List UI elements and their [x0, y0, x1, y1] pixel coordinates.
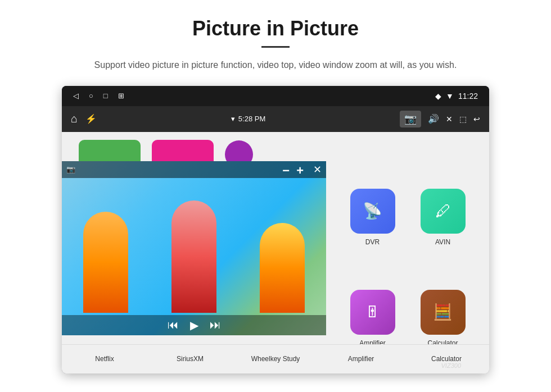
screenshot-icon[interactable]: ⊞ [118, 92, 124, 100]
title-divider [261, 46, 290, 48]
pip-overlay[interactable]: 📷 − + ✕ ⏮ ▶ ⏭ [62, 161, 326, 335]
app-bar-left: ⌂ ⚡ [71, 112, 97, 125]
calculator-icon-box: 🧮 [421, 290, 466, 335]
volume-icon[interactable]: 🔊 [428, 113, 439, 124]
home-icon[interactable]: ⌂ [71, 112, 78, 125]
avin-icon-box: 🖊 [421, 189, 466, 234]
calculator-icon: 🧮 [433, 303, 453, 321]
page-title: Picture in Picture [192, 17, 359, 40]
bottom-label-wheelkey[interactable]: Wheelkey Study [242, 355, 309, 363]
close-icon[interactable]: ✕ [446, 115, 453, 124]
status-bar-top: ◁ ○ □ ⊞ ◆ ▼ 11:22 [62, 86, 489, 106]
wifi-icon: ▾ [231, 115, 235, 123]
wheelkey-text: Wheelkey Study [251, 355, 300, 363]
app-bar-time: 5:28 PM [238, 115, 265, 123]
app-bar-center: ▾ 5:28 PM [231, 115, 265, 123]
device-frame: ◁ ○ □ ⊞ ◆ ▼ 11:22 ⌂ ⚡ ▾ 5:28 PM [62, 86, 489, 373]
video-figures [62, 200, 326, 313]
status-bar-right: ◆ ▼ 11:22 [435, 92, 478, 101]
figure-1 [83, 212, 128, 313]
pip-play-button[interactable]: ▶ [190, 318, 198, 332]
camera-button[interactable]: 📷 [400, 111, 421, 127]
pip-video-content [62, 161, 326, 335]
app-item-dvr[interactable]: 📡 DVR [337, 167, 408, 268]
dvr-icon-box: 📡 [350, 189, 395, 234]
home-circle-icon[interactable]: ○ [89, 92, 93, 100]
pip-icon[interactable]: ⬚ [459, 115, 467, 124]
siriusxm-text: SiriusXM [177, 355, 204, 363]
recents-icon[interactable]: □ [103, 92, 108, 100]
dvr-icon: 📡 [363, 202, 382, 220]
usb-icon: ⚡ [85, 113, 97, 124]
bottom-label-siriusxm[interactable]: SiriusXM [156, 355, 224, 363]
page-wrapper: Picture in Picture Support video picture… [0, 0, 551, 385]
figure-3 [260, 223, 305, 313]
app-item-avin[interactable]: 🖊 AVIN [408, 167, 478, 268]
pip-rewind-button[interactable]: ⏮ [168, 318, 179, 331]
back-app-icon[interactable]: ↩ [473, 115, 480, 124]
app-grid-area: 📷 − + ✕ ⏮ ▶ ⏭ [62, 132, 489, 373]
status-bar-left: ◁ ○ □ ⊞ [73, 92, 124, 100]
amplifier-icon-box: 🎚 [350, 290, 395, 335]
pip-cam-icon: 📷 [66, 165, 75, 174]
app-bar-right: 📷 🔊 ✕ ⬚ ↩ [400, 111, 480, 127]
amplifier-icon: 🎚 [365, 303, 381, 321]
pip-plus-button[interactable]: + [296, 163, 304, 178]
bottom-labels-row: Netflix SiriusXM Wheelkey Study Amplifie… [62, 344, 489, 373]
dvr-label: DVR [365, 238, 380, 246]
pip-forward-button[interactable]: ⏭ [210, 318, 221, 331]
app-grid-right: 📡 DVR 🖊 AVIN 🎚 Amplifier [326, 161, 489, 373]
pip-playback-controls: ⏮ ▶ ⏭ [62, 315, 326, 335]
avin-label: AVIN [435, 238, 450, 246]
page-subtitle: Support video picture in picture functio… [94, 58, 457, 72]
figure-2 [171, 200, 216, 313]
bottom-label-netflix[interactable]: Netflix [71, 355, 138, 363]
amplifier-bottom-text: Amplifier [348, 355, 374, 363]
netflix-text: Netflix [95, 355, 114, 363]
back-icon[interactable]: ◁ [73, 92, 79, 100]
bottom-label-amplifier[interactable]: Amplifier [327, 355, 395, 363]
pip-close-button[interactable]: ✕ [313, 163, 322, 176]
location-icon: ◆ [435, 92, 441, 101]
signal-icon: ▼ [446, 92, 454, 101]
status-time: 11:22 [458, 92, 478, 101]
pip-resize-controls: − + [282, 163, 304, 178]
watermark: VIZ300 [441, 362, 461, 369]
camera-icon: 📷 [404, 113, 417, 125]
avin-icon: 🖊 [435, 202, 451, 220]
pip-minus-button[interactable]: − [282, 163, 290, 178]
app-bar: ⌂ ⚡ ▾ 5:28 PM 📷 🔊 ✕ ⬚ ↩ [62, 106, 489, 132]
